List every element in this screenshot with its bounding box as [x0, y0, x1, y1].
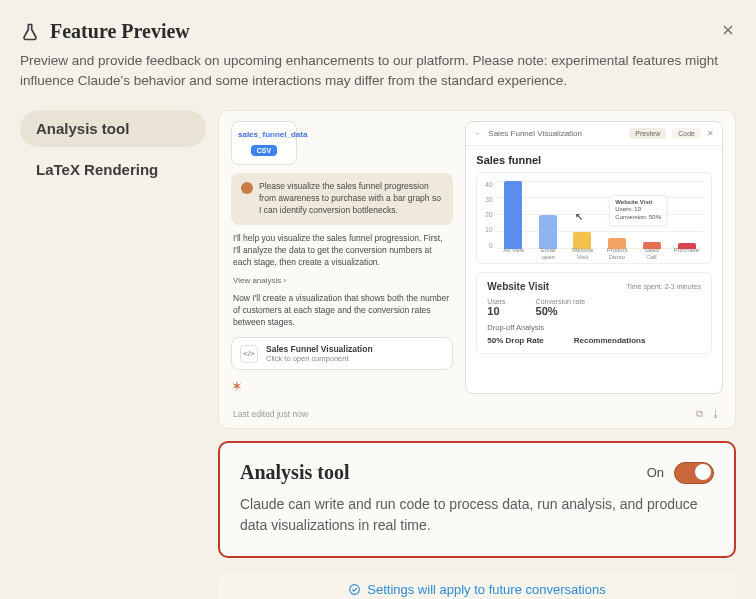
- chart-yaxis: 403020100: [485, 181, 492, 259]
- component-title: Sales Funnel Visualization: [266, 344, 373, 354]
- download-icon[interactable]: ⭳: [711, 408, 721, 420]
- stats-time: Time spent: 2-3 minutes: [626, 283, 701, 290]
- page-title: Feature Preview: [50, 20, 190, 43]
- chart-bars: [497, 181, 703, 249]
- cursor-icon: ↖: [575, 211, 583, 222]
- dropoff-reco: Recommendations: [574, 336, 646, 345]
- stats-card: Website Visit Time spent: 2-3 minutes Us…: [476, 272, 712, 354]
- assistant-message: I'll help you visualize the sales funnel…: [231, 233, 453, 269]
- file-attachment[interactable]: sales_funnel_data CSV: [231, 121, 297, 166]
- stat-label: Users: [487, 298, 505, 305]
- stat-value: 50%: [536, 305, 585, 317]
- toggle-label: On: [647, 465, 664, 480]
- page-subtitle: Preview and provide feedback on upcoming…: [20, 51, 736, 92]
- chart-xaxis: Ad viewEmail openWebsite VisitProduct De…: [497, 247, 703, 260]
- stat-label: Conversion rate: [536, 298, 585, 305]
- pill-preview[interactable]: Preview: [629, 128, 666, 139]
- stats-title: Website Visit: [487, 281, 549, 292]
- detail-description: Claude can write and run code to process…: [240, 494, 714, 536]
- info-banner: Settings will apply to future conversati…: [218, 572, 736, 599]
- avatar: [241, 182, 253, 194]
- starburst-icon: ✶: [231, 378, 453, 394]
- feature-toggle[interactable]: [674, 462, 714, 484]
- file-type-badge: CSV: [251, 145, 277, 156]
- copy-icon[interactable]: ⧉: [696, 408, 703, 420]
- tab-latex-rendering[interactable]: LaTeX Rendering: [20, 151, 206, 188]
- pill-code[interactable]: Code: [672, 128, 701, 139]
- last-edited: Last edited just now: [233, 409, 308, 419]
- chart-title: Sales funnel: [476, 154, 712, 166]
- check-circle-icon: [348, 583, 361, 596]
- sidebar: Analysis tool LaTeX Rendering: [20, 110, 206, 600]
- tab-analysis-tool[interactable]: Analysis tool: [20, 110, 206, 147]
- dropoff-label: Drop-off Analysis: [487, 323, 701, 332]
- svg-point-0: [350, 585, 360, 595]
- feature-detail-card: Analysis tool On Claude can write and ru…: [218, 441, 736, 558]
- component-subtitle: Click to open component: [266, 354, 373, 363]
- flask-icon: [20, 22, 40, 42]
- code-icon: </>: [240, 345, 258, 363]
- dropoff-rate: 50% Drop Rate: [487, 336, 543, 345]
- preview-card: sales_funnel_data CSV Please visualize t…: [218, 110, 736, 430]
- chart-tooltip: Website Visit Users: 10 Conversion: 50%: [609, 195, 667, 226]
- user-message-text: Please visualize the sales funnel progre…: [259, 181, 443, 217]
- chart: 403020100 Ad viewEmail openWebsite Visit…: [476, 172, 712, 264]
- user-message: Please visualize the sales funnel progre…: [231, 173, 453, 225]
- assistant-message: Now I'll create a visualization that sho…: [231, 293, 453, 329]
- visualization-panel: ← Sales Funnel Visualization Preview Cod…: [465, 121, 723, 395]
- view-analysis-link[interactable]: View analysis ›: [231, 276, 453, 285]
- banner-text: Settings will apply to future conversati…: [367, 582, 605, 597]
- bar[interactable]: [573, 232, 591, 249]
- bar[interactable]: [539, 215, 557, 249]
- close-button[interactable]: [720, 22, 736, 42]
- file-name: sales_funnel_data: [238, 130, 290, 140]
- stat-value: 10: [487, 305, 505, 317]
- component-card[interactable]: </> Sales Funnel Visualization Click to …: [231, 337, 453, 370]
- vis-close-icon[interactable]: ✕: [707, 129, 714, 138]
- bar[interactable]: [504, 181, 522, 249]
- back-icon[interactable]: ←: [474, 129, 482, 138]
- vis-header-title: Sales Funnel Visualization: [488, 129, 582, 138]
- detail-title: Analysis tool: [240, 461, 349, 484]
